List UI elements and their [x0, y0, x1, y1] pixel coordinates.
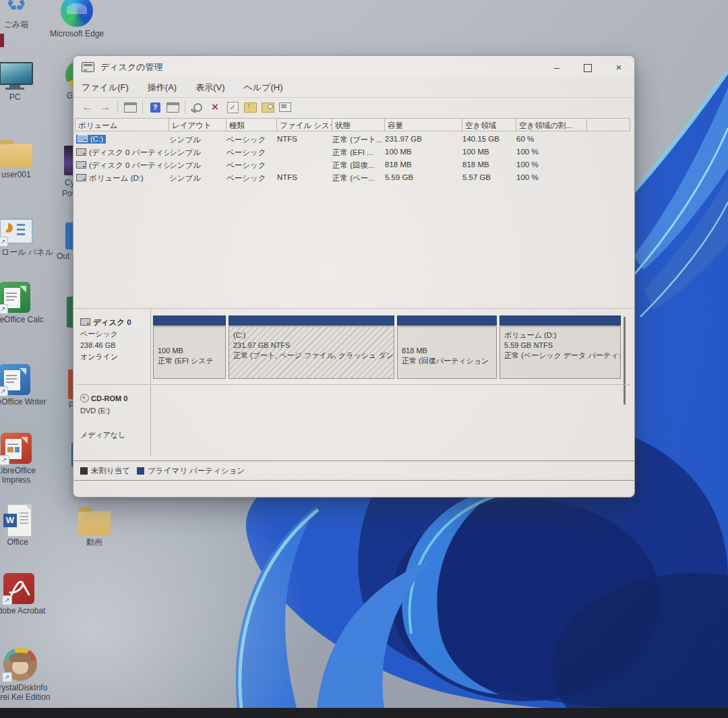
icon-label: Adobe Acrobat: [0, 606, 45, 616]
cell-type: ベーシック: [226, 173, 277, 183]
legend-label: 未割り当て: [91, 466, 130, 476]
partition-size: 100 MB: [158, 347, 183, 355]
desktop-icon-libreoffice-writer[interactable]: ↗ LibreOffice Writer: [0, 364, 36, 407]
volume-row-d[interactable]: ボリューム (D:) シンプル ベーシック NTFS 正常 (ベー... 5.5…: [75, 172, 630, 185]
delete-button[interactable]: ×: [207, 100, 223, 115]
desktop-icon-crystaldiskinfo[interactable]: ↗ CrystalDiskInfo Kurei Kei Edition: [0, 647, 42, 702]
folder-up-icon: ↑: [244, 102, 257, 113]
shortcut-arrow: ↗: [0, 304, 8, 314]
forward-button[interactable]: →: [97, 100, 113, 115]
close-button[interactable]: ×: [603, 56, 634, 78]
column-header-volume[interactable]: ボリューム: [75, 118, 169, 131]
partition-recovery[interactable]: 818 MB 正常 (回復パーティション: [397, 316, 497, 380]
folder-up-button[interactable]: ↑: [242, 100, 258, 115]
cell-status: 正常 (回復...: [332, 160, 385, 171]
cell-free-pct: 100 %: [516, 160, 584, 169]
help-button[interactable]: ?: [147, 100, 163, 115]
cell-free: 100 MB: [462, 148, 516, 156]
volume-row-recovery[interactable]: (ディスク 0 パーティシ... シンプル ベーシック 正常 (回復... 81…: [75, 159, 630, 172]
shortcut-arrow: ↗: [2, 595, 12, 605]
primary-partition-swatch: [137, 467, 144, 475]
graphical-scrollbar[interactable]: [624, 317, 626, 405]
unallocated-swatch: [80, 467, 88, 475]
cdrom-label: CD-ROM 0: [91, 394, 127, 402]
desktop-icon-office-word[interactable]: W Office: [0, 504, 39, 547]
console-tree-button[interactable]: [122, 100, 138, 115]
inspect-button[interactable]: [189, 100, 206, 115]
folder-icon: [0, 144, 32, 168]
cell-status: 正常 (ベー...: [332, 173, 385, 183]
menu-action[interactable]: 操作(A): [148, 82, 177, 94]
shortcut-arrow: ↗: [0, 386, 8, 396]
volume-list-header: ボリューム レイアウト 種類 ファイル システム 状態 容量 空き領域 空き領域…: [73, 118, 634, 133]
cell-type: ベーシック: [226, 160, 277, 171]
menu-file[interactable]: ファイル(F): [82, 82, 129, 94]
partition-d[interactable]: ボリューム (D:) 5.59 GB NTFS 正常 (ベーシック データ パー…: [499, 316, 621, 380]
disk-management-window: ディスクの管理 – × ファイル(F) 操作(A) 表示(V) ヘルプ(H) ←…: [73, 55, 635, 498]
menu-view[interactable]: 表示(V): [195, 82, 224, 94]
desktop-icon-libreoffice-calc[interactable]: ↗ LibreOffice Calc: [0, 282, 36, 324]
folder-icon: [78, 511, 111, 535]
desktop-icon-control-panel[interactable]: ↗ コントロール パネル: [0, 214, 36, 257]
cell-free-pct: 60 %: [516, 135, 584, 143]
column-header-free[interactable]: 空き領域: [462, 118, 516, 131]
column-header-layout[interactable]: レイアウト: [169, 118, 226, 131]
maximize-button[interactable]: [572, 56, 603, 78]
volume-icon: [76, 174, 86, 181]
menu-help[interactable]: ヘルプ(H): [244, 82, 283, 94]
cell-layout: シンプル: [169, 148, 226, 158]
column-header-filesystem[interactable]: ファイル システム: [277, 118, 332, 131]
magnifier-icon: [193, 103, 202, 112]
volume-list: ボリューム レイアウト 種類 ファイル システム 状態 容量 空き領域 空き領域…: [73, 117, 634, 308]
back-button[interactable]: ←: [80, 100, 96, 115]
desktop-icon-recycle-bin[interactable]: ♻ ごみ箱: [0, 0, 38, 29]
desktop-icon-videos-folder[interactable]: 動画: [73, 506, 116, 547]
cell-free-pct: 100 %: [516, 148, 584, 156]
icon-label: user001: [1, 170, 30, 179]
icon-label-line1: LibreOffice: [0, 466, 36, 475]
desktop-icon-user-folder[interactable]: user001: [0, 138, 38, 179]
cdrom-media-status: メディアなし: [80, 431, 126, 439]
cell-status: 正常 (EFI ...: [332, 148, 385, 158]
partition-efi[interactable]: 100 MB 正常 (EFI システ: [153, 316, 226, 380]
column-header-capacity[interactable]: 容量: [385, 118, 462, 131]
desktop-icon-pc[interactable]: PC: [0, 59, 36, 102]
panel-divider: [150, 309, 151, 384]
cell-free: 5.57 GB: [462, 173, 516, 181]
toolbar: ← → ? × ✓ ↑: [73, 97, 634, 118]
delete-x-icon: ×: [212, 100, 218, 114]
column-header-status[interactable]: 状態: [332, 118, 385, 131]
icon-label: PC: [9, 92, 21, 102]
partition-c[interactable]: (C:) 231.97 GB NTFS 正常 (ブート, ページ ファイル, ク…: [229, 316, 394, 380]
crystaldiskinfo-icon: ↗: [3, 647, 37, 681]
forward-icon: →: [100, 100, 111, 114]
icon-label: ごみ箱: [4, 20, 29, 29]
unknown-icon-partial: [0, 34, 4, 47]
cdrom-panel[interactable]: CD-ROM 0 DVD (E:) メディアなし: [76, 388, 150, 456]
volume-row-efi[interactable]: (ディスク 0 パーティシ... シンプル ベーシック 正常 (EFI ... …: [75, 146, 630, 159]
folder-search-button[interactable]: [260, 100, 276, 115]
desktop-icon-microsoft-edge[interactable]: Microsoft Edge: [55, 0, 98, 38]
disk0-panel[interactable]: ディスク 0 ベーシック 238.46 GB オンライン: [76, 313, 150, 380]
column-header-type[interactable]: 種類: [226, 118, 277, 131]
control-panel-icon: ↗: [0, 214, 30, 245]
column-header-free-pct[interactable]: 空き領域の割...: [516, 118, 587, 131]
cell-filesystem: NTFS: [277, 135, 332, 143]
volume-row-c[interactable]: (C:) シンプル ベーシック NTFS 正常 (ブート... 231.97 G…: [75, 133, 630, 146]
menu-bar: ファイル(F) 操作(A) 表示(V) ヘルプ(H): [73, 78, 634, 98]
cell-free: 818 MB: [462, 160, 516, 169]
detail-view-button[interactable]: [164, 100, 181, 115]
detail-window-icon: [166, 102, 179, 113]
column-header-extra[interactable]: [587, 118, 630, 131]
legend-label: プライマリ パーティション: [148, 466, 245, 476]
outlook-label: Out: [57, 251, 69, 261]
cell-type: ベーシック: [226, 135, 277, 145]
cd-rom-icon: [80, 394, 89, 402]
properties-button[interactable]: [277, 100, 293, 115]
desktop-icon-libreoffice-impress[interactable]: ↗ LibreOffice Impress: [0, 433, 38, 485]
properties-check-button[interactable]: ✓: [224, 100, 241, 115]
desktop-icon-adobe-acrobat[interactable]: ↗ Adobe Acrobat: [0, 573, 40, 616]
partition-status: 正常 (ブート, ページ ファイル, クラッシュ ダンプ, ベ-: [233, 351, 394, 359]
minimize-button[interactable]: –: [541, 56, 572, 78]
edge-icon: [61, 0, 93, 27]
